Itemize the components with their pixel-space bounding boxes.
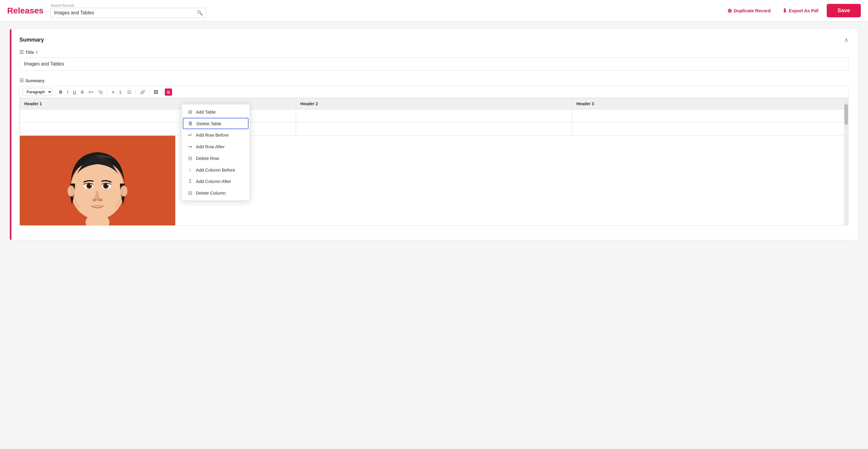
header: Releases Search Records 🔍 ⊕ Duplicate Re…: [0, 0, 868, 22]
context-menu-delete-row[interactable]: ⊟ Delete Row: [182, 153, 250, 164]
table-row: [20, 109, 848, 123]
strikethrough-button[interactable]: S: [79, 89, 85, 96]
toolbar-sep-3: [135, 89, 136, 95]
context-menu-add-column-after[interactable]: ↧ Add Column After: [182, 175, 250, 187]
search-box: 🔍: [51, 8, 206, 18]
toolbar-sep-2: [107, 89, 108, 95]
export-pdf-button[interactable]: ⬇ Export As Pdf: [779, 5, 822, 17]
title-label: ☰ Title ℹ: [20, 49, 848, 55]
card-title: Summary: [20, 37, 44, 43]
context-menu-delete-column[interactable]: ⊟ Delete Column: [182, 187, 250, 199]
table-cell-1-1[interactable]: [20, 109, 296, 123]
add-row-before-icon: ↩: [187, 132, 193, 138]
editor-area[interactable]: Header 1 Header 2 Header 3: [20, 98, 848, 226]
search-container: Search Records 🔍: [51, 4, 206, 18]
search-label: Search Records: [51, 4, 206, 7]
context-menu: ⊞ Add Table 🗑 Delete Table ↩ Add Row Bef…: [181, 104, 250, 201]
code-button[interactable]: <>: [87, 89, 95, 96]
summary-label-text: Summary: [25, 78, 44, 83]
ordered-list-button[interactable]: 1.: [117, 89, 124, 96]
toolbar-sep-5: [162, 89, 162, 95]
bold-button[interactable]: B: [57, 89, 64, 96]
scrollbar-thumb[interactable]: [844, 104, 848, 125]
title-label-text: Title: [25, 50, 34, 55]
svg-point-6: [90, 184, 91, 185]
toolbar-sep-1: [55, 89, 55, 95]
task-list-button[interactable]: ☑: [126, 89, 133, 96]
svg-point-12: [98, 198, 102, 201]
context-menu-add-row-before[interactable]: ↩ Add Row Before: [182, 129, 250, 141]
delete-table-label: Delete Table: [196, 121, 221, 126]
context-menu-add-column-before[interactable]: ↓ Add Column Before: [182, 164, 250, 175]
table-cell-1-2[interactable]: [296, 109, 572, 123]
svg-point-11: [92, 198, 97, 201]
add-column-after-label: Add Column After: [196, 179, 231, 184]
brand-logo[interactable]: Releases: [7, 6, 43, 15]
table-row: [20, 123, 848, 136]
summary-card: Summary ∧ ☰ Title ℹ ☰ Summary Paragraph: [9, 29, 859, 240]
link-button[interactable]: 🔗: [138, 89, 147, 96]
add-column-before-label: Add Column Before: [196, 167, 235, 172]
add-column-before-icon: ↓: [187, 167, 193, 172]
add-column-after-icon: ↧: [187, 179, 193, 184]
underline-button[interactable]: U: [71, 89, 78, 96]
italic-button[interactable]: I: [65, 89, 70, 96]
card-accent: [10, 29, 11, 240]
main-content: Summary ∧ ☰ Title ℹ ☰ Summary Paragraph: [0, 22, 868, 248]
collapse-button[interactable]: ∧: [844, 36, 848, 43]
duplicate-record-button[interactable]: ⊕ Duplicate Record: [724, 5, 774, 17]
add-row-after-icon: ↪: [187, 144, 193, 150]
delete-column-label: Delete Column: [196, 190, 225, 195]
table-header-1: Header 1: [20, 98, 296, 109]
image-area: [20, 136, 848, 225]
editor-table: Header 1 Header 2 Header 3: [20, 98, 848, 136]
context-menu-add-table[interactable]: ⊞ Add Table: [182, 106, 250, 118]
svg-point-10: [107, 184, 108, 185]
editor-toolbar: Paragraph B I U S <> 📎 ≡ 1. ☑ 🔗 🖼 ⊞: [20, 86, 848, 98]
summary-label-icon: ☰: [20, 78, 24, 84]
delete-column-icon: ⊟: [187, 190, 193, 196]
title-info-icon: ℹ: [36, 50, 37, 55]
title-input[interactable]: [20, 57, 848, 70]
summary-field-section: ☰ Summary Paragraph B I U S <> 📎 ≡ 1. ☑: [20, 78, 848, 226]
table-cell-1-3[interactable]: [572, 109, 848, 123]
card-header: Summary ∧: [20, 36, 848, 43]
search-icon[interactable]: 🔍: [197, 10, 203, 15]
attach-button[interactable]: 📎: [96, 89, 105, 96]
table-cell-2-2[interactable]: [296, 123, 572, 136]
export-icon: ⬇: [782, 7, 787, 14]
toolbar-sep-4: [149, 89, 150, 95]
delete-row-label: Delete Row: [196, 156, 219, 161]
summary-label: ☰ Summary: [20, 78, 848, 84]
duplicate-icon: ⊕: [727, 7, 732, 14]
title-label-icon: ☰: [20, 49, 24, 55]
scrollbar-track[interactable]: [844, 98, 848, 225]
table-cell-2-1[interactable]: [20, 123, 296, 136]
add-row-after-label: Add Row After: [196, 144, 225, 149]
duplicate-label: Duplicate Record: [734, 8, 771, 13]
table-cell-2-3[interactable]: [572, 123, 848, 136]
save-button[interactable]: Save: [827, 4, 861, 17]
context-menu-delete-table[interactable]: 🗑 Delete Table: [183, 118, 249, 129]
header-actions: ⊕ Duplicate Record ⬇ Export As Pdf Save: [724, 4, 861, 17]
portrait-svg: [20, 136, 175, 225]
paragraph-select[interactable]: Paragraph: [23, 88, 52, 96]
title-field-section: ☰ Title ℹ: [20, 49, 848, 70]
image-button[interactable]: 🖼: [152, 89, 160, 96]
export-label: Export As Pdf: [789, 8, 818, 13]
table-header-row: Header 1 Header 2 Header 3: [20, 98, 848, 109]
table-header-2: Header 2: [296, 98, 572, 109]
image-placeholder: [20, 136, 175, 225]
table-button[interactable]: ⊞: [165, 89, 172, 96]
add-table-icon: ⊞: [187, 109, 193, 115]
delete-row-icon: ⊟: [187, 155, 193, 161]
add-table-label: Add Table: [196, 109, 216, 115]
search-input[interactable]: [54, 10, 197, 15]
table-header-3: Header 3: [572, 98, 848, 109]
context-menu-add-row-after[interactable]: ↪ Add Row After: [182, 141, 250, 153]
bullet-list-button[interactable]: ≡: [110, 89, 116, 96]
delete-table-icon: 🗑: [188, 121, 193, 126]
add-row-before-label: Add Row Before: [196, 132, 228, 137]
svg-point-2: [70, 160, 124, 219]
